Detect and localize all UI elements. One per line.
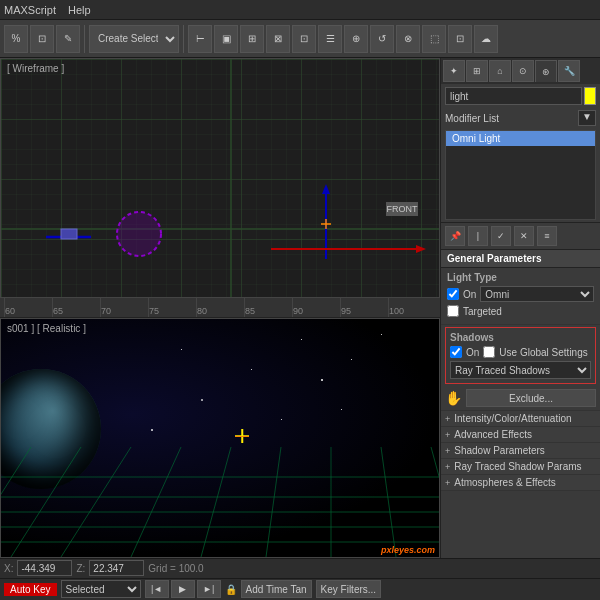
maxscript-menu[interactable]: MAXScript <box>4 4 56 16</box>
grid-label: Grid = 100.0 <box>148 563 203 574</box>
toolbar-icon-3[interactable]: ✎ <box>56 25 80 53</box>
play-btn[interactable]: ▶ <box>171 580 195 598</box>
key-filters-btn[interactable]: Key Filters... <box>316 580 382 598</box>
rollout-label-atm: Atmospheres & Effects <box>454 477 556 488</box>
svg-line-20 <box>1 447 31 557</box>
rollout-intensity[interactable]: + Intensity/Color/Attenuation <box>441 411 600 427</box>
tick-85: 85 <box>244 298 292 316</box>
rollout-advanced[interactable]: + Advanced Effects <box>441 427 600 443</box>
shadow-type-select[interactable]: Ray Traced Shadows <box>450 361 591 379</box>
separator-2 <box>183 25 184 53</box>
wireframe-grid: FRONT <box>1 59 439 297</box>
shadows-on-checkbox[interactable] <box>450 346 462 358</box>
mod-icon-delete[interactable]: ✕ <box>514 226 534 246</box>
selected-dropdown[interactable]: Selected <box>61 580 141 598</box>
tab-motion[interactable]: ⊙ <box>512 60 534 82</box>
mod-icon-menu[interactable]: ≡ <box>537 226 557 246</box>
toolbar-icon-1[interactable]: % <box>4 25 28 53</box>
status-row2: Auto Key Selected |◄ ▶ ►| 🔒 Add Time Tan… <box>0 579 600 600</box>
toolbar-icon-15[interactable]: ☁ <box>474 25 498 53</box>
shadows-group: Shadows On Use Global Settings Ray Trace… <box>445 327 596 384</box>
right-panel: ✦ ⊞ ⌂ ⊙ ⊛ 🔧 Modifier List ▼ Omni Light 📌… <box>440 58 600 558</box>
light-type-title: Light Type <box>447 272 594 283</box>
svg-line-24 <box>201 447 231 557</box>
modifier-list-row: Modifier List ▼ <box>441 108 600 128</box>
light-on-label: On <box>463 289 476 300</box>
tab-utilities[interactable]: 🔧 <box>558 60 580 82</box>
toolbar-icon-8[interactable]: ⊡ <box>292 25 316 53</box>
separator-1 <box>84 25 85 53</box>
next-frame-btn[interactable]: ►| <box>197 580 221 598</box>
realistic-scene: pxleyes.com <box>1 319 439 557</box>
status-bar: X: Z: Grid = 100.0 Auto Key Selected |◄ … <box>0 558 600 600</box>
modifier-dropdown-btn[interactable]: ▼ <box>578 110 596 126</box>
key-lock-icon: 🔒 <box>225 584 237 595</box>
mod-icon-pin[interactable]: 📌 <box>445 226 465 246</box>
tab-modify[interactable]: ⊞ <box>466 60 488 82</box>
tab-hierarchy[interactable]: ⌂ <box>489 60 511 82</box>
light-name-input[interactable] <box>445 87 582 105</box>
modifier-list-label: Modifier List <box>445 113 578 124</box>
svg-line-21 <box>11 447 81 557</box>
toolbar-icon-13[interactable]: ⬚ <box>422 25 446 53</box>
pxleyes-watermark: pxleyes.com <box>381 545 435 555</box>
use-global-checkbox[interactable] <box>483 346 495 358</box>
tick-95: 95 <box>340 298 388 316</box>
tab-create[interactable]: ✦ <box>443 60 465 82</box>
toolbar-icon-2[interactable]: ⊡ <box>30 25 54 53</box>
use-global-label: Use Global Settings <box>499 347 587 358</box>
toolbar-icon-6[interactable]: ⊞ <box>240 25 264 53</box>
create-selection-dropdown[interactable]: Create Selection Se <box>89 25 179 53</box>
svg-line-25 <box>266 447 281 557</box>
light-color-swatch[interactable] <box>584 87 596 105</box>
mod-icon-check[interactable]: ✓ <box>491 226 511 246</box>
rollout-atmospheres[interactable]: + Atmospheres & Effects <box>441 475 600 491</box>
svg-rect-1 <box>1 59 439 297</box>
toolbar-play[interactable]: ⊢ <box>188 25 212 53</box>
toolbar-icon-14[interactable]: ⊡ <box>448 25 472 53</box>
tick-60: 60 <box>4 298 52 316</box>
modifier-list-area[interactable]: Omni Light <box>445 130 596 220</box>
toolbar-icon-12[interactable]: ⊗ <box>396 25 420 53</box>
z-coord-input[interactable] <box>89 560 144 576</box>
tick-80: 80 <box>196 298 244 316</box>
top-viewport-label: [ Wireframe ] <box>7 63 64 74</box>
yellow-star-crosshair <box>235 429 249 443</box>
light-on-checkbox[interactable] <box>447 288 459 300</box>
exclude-button[interactable]: Exclude... <box>466 389 596 407</box>
rollout-arrow-atm: + <box>445 478 450 488</box>
tick-75: 75 <box>148 298 196 316</box>
targeted-checkbox[interactable] <box>447 305 459 317</box>
prev-frame-btn[interactable]: |◄ <box>145 580 169 598</box>
add-time-tan-btn[interactable]: Add Time Tan <box>241 580 312 598</box>
help-menu[interactable]: Help <box>68 4 91 16</box>
exclude-row: ✋ Exclude... <box>441 386 600 411</box>
toolbar-icon-9[interactable]: ☰ <box>318 25 342 53</box>
toolbar-icon-11[interactable]: ↺ <box>370 25 394 53</box>
bottom-viewport[interactable]: s001 ] [ Realistic ] <box>0 318 440 558</box>
tick-100: 100 <box>388 298 436 316</box>
panel-tabs: ✦ ⊞ ⌂ ⊙ ⊛ 🔧 <box>441 58 600 84</box>
modifier-icons-row: 📌 | ✓ ✕ ≡ <box>441 222 600 249</box>
rollout-ray-traced[interactable]: + Ray Traced Shadow Params <box>441 459 600 475</box>
mod-icon-pipe[interactable]: | <box>468 226 488 246</box>
tab-display[interactable]: ⊛ <box>535 60 557 82</box>
top-viewport[interactable]: [ Wireframe ] <box>0 58 440 298</box>
rollout-label-shadow: Shadow Parameters <box>454 445 545 456</box>
light-type-select[interactable]: Omni <box>480 286 594 302</box>
light-on-row: On Omni <box>447 286 594 302</box>
toolbar-icon-5[interactable]: ▣ <box>214 25 238 53</box>
shadows-on-row: On Use Global Settings <box>450 346 591 358</box>
rollout-arrow-ray: + <box>445 462 450 472</box>
svg-line-23 <box>131 447 181 557</box>
toolbar-icon-10[interactable]: ⊕ <box>344 25 368 53</box>
x-coord-input[interactable] <box>17 560 72 576</box>
x-label: X: <box>4 563 13 574</box>
auto-key-button[interactable]: Auto Key <box>4 583 57 596</box>
svg-line-28 <box>431 447 439 557</box>
rollout-shadow-params[interactable]: + Shadow Parameters <box>441 443 600 459</box>
shadows-on-label: On <box>466 347 479 358</box>
rollout-arrow-intensity: + <box>445 414 450 424</box>
toolbar-icon-7[interactable]: ⊠ <box>266 25 290 53</box>
omni-light-item[interactable]: Omni Light <box>446 131 595 146</box>
